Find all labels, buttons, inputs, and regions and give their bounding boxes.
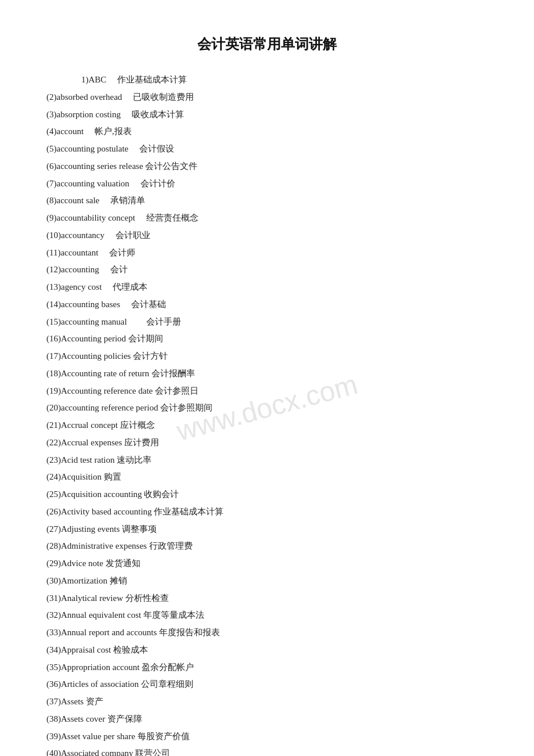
list-item: (17)Accounting policies 会计方针 xyxy=(46,348,488,365)
list-item: (8)account sale 承销清单 xyxy=(46,193,488,209)
list-item: (34)Appraisal cost 检验成本 xyxy=(46,642,488,658)
list-item: (10)accountancy 会计职业 xyxy=(46,228,488,244)
list-item: (38)Assets cover 资产保障 xyxy=(46,711,488,728)
list-item: (2)absorbed overhead 已吸收制造费用 xyxy=(46,89,488,106)
list-item: (39)Asset value per share 每股资产价值 xyxy=(46,729,488,745)
list-item: (9)accountability concept 经营责任概念 xyxy=(46,210,488,226)
list-item: (3)absorption costing 吸收成本计算 xyxy=(46,107,488,123)
list-item: (7)accounting valuation 会计计价 xyxy=(46,176,488,192)
list-item: (25)Acquisition accounting 收购会计 xyxy=(46,487,488,503)
list-item: (35)Appropriation account 盈余分配帐户 xyxy=(46,660,488,676)
page-title: 会计英语常用单词讲解 xyxy=(46,35,488,53)
list-item: (26)Activity based accounting 作业基础成本计算 xyxy=(46,504,488,520)
list-item: (13)agency cost 代理成本 xyxy=(46,279,488,296)
list-item: (37)Assets 资产 xyxy=(46,694,488,710)
list-item: (30)Amortization 摊销 xyxy=(46,573,488,589)
list-item: (21)Accrual concept 应计概念 xyxy=(46,417,488,434)
content-list: 1)ABC 作业基础成本计算(2)absorbed overhead 已吸收制造… xyxy=(46,72,488,756)
list-item: (36)Articles of association 公司章程细则 xyxy=(46,676,488,693)
list-item: (40)Associated company 联营公司 xyxy=(46,746,488,756)
list-item: (31)Analytical review 分析性检查 xyxy=(46,591,488,607)
list-item: (11)accountant 会计师 xyxy=(46,245,488,261)
list-item: (23)Acid test ration 速动比率 xyxy=(46,452,488,469)
list-item: (12)accounting 会计 xyxy=(46,262,488,278)
list-item: (5)accounting postulate 会计假设 xyxy=(46,141,488,157)
list-item: (20)accounting reference period 会计参照期间 xyxy=(46,400,488,416)
list-item: (22)Accrual expenses 应计费用 xyxy=(46,435,488,451)
list-item: (33)Annual report and accounts 年度报告和报表 xyxy=(46,625,488,641)
list-item: (4)account 帐户,报表 xyxy=(46,124,488,140)
list-item: (15)accounting manual 会计手册 xyxy=(46,314,488,330)
list-item: (14)accounting bases 会计基础 xyxy=(46,297,488,313)
list-item: (6)accounting series release 会计公告文件 xyxy=(46,159,488,175)
list-item: (19)Accounting reference date 会计参照日 xyxy=(46,383,488,399)
list-item: (27)Adjusting events 调整事项 xyxy=(46,521,488,538)
list-item: (28)Administrative expenses 行政管理费 xyxy=(46,538,488,555)
list-item: 1)ABC 作业基础成本计算 xyxy=(46,72,488,88)
list-item: (16)Accounting period 会计期间 xyxy=(46,331,488,347)
list-item: (29)Advice note 发货通知 xyxy=(46,556,488,572)
list-item: (32)Annual equivalent cost 年度等量成本法 xyxy=(46,607,488,624)
list-item: (18)Accounting rate of return 会计报酬率 xyxy=(46,366,488,382)
list-item: (24)Acquisition 购置 xyxy=(46,469,488,485)
